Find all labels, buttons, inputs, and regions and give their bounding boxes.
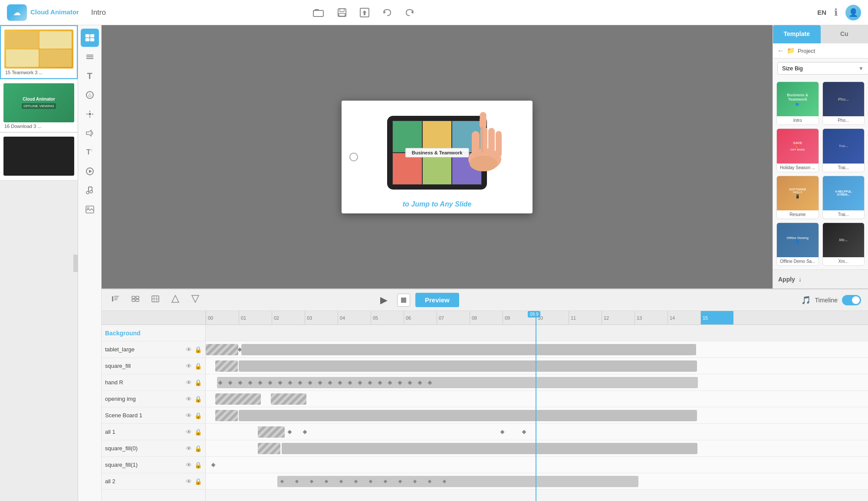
timeline-tool-1-button[interactable] — [108, 293, 122, 307]
size-select[interactable]: Size Big Size Medium Size Small — [777, 62, 868, 75]
bar-tablet-1[interactable] — [206, 344, 238, 355]
bar-opening-1[interactable] — [215, 393, 261, 405]
visibility-icon-4[interactable]: 👁 — [186, 396, 192, 403]
list-sidebar-button[interactable] — [81, 48, 99, 66]
undo-button[interactable] — [380, 7, 395, 19]
lock-icon-3[interactable]: 🔒 — [194, 379, 202, 386]
timeline-tool-2-button[interactable] — [128, 293, 142, 307]
visibility-icon-7[interactable]: 👁 — [186, 445, 192, 452]
breadcrumb-back-icon[interactable]: ← — [777, 47, 784, 55]
svg-marker-7 — [411, 10, 413, 14]
track-row-square-fill[interactable] — [206, 358, 868, 374]
template-card-holiday[interactable]: SAVE 🎁 GIFT MODE Holiday Season ... — [776, 128, 819, 172]
ruler-02: 02 — [272, 311, 305, 324]
bar-scene-2[interactable] — [239, 410, 697, 421]
svg-rect-41 — [112, 296, 113, 301]
template-label-xm: Xm... — [823, 257, 865, 265]
template-card-offline[interactable]: Offline Viewing 👤 Offline Demo Sa... — [776, 223, 819, 266]
visibility-icon-9[interactable]: 👁 — [186, 478, 192, 485]
slide-17-preview — [3, 137, 74, 176]
slide-canvas[interactable]: Business & Teamwork — [342, 101, 533, 213]
template-card-intro[interactable]: Business & Teamwork 👥 Intro — [776, 82, 819, 125]
template-tab[interactable]: Template — [773, 25, 821, 43]
template-thumb-xm: Me... — [823, 223, 865, 257]
svg-point-29 — [90, 190, 92, 193]
apply-button[interactable]: Apply — [778, 276, 795, 283]
track-row-scene-board[interactable] — [206, 407, 868, 424]
effects-sidebar-button[interactable] — [81, 105, 99, 123]
track-row-hand-r[interactable] — [206, 374, 868, 391]
slide-thumbnail-16[interactable]: Cloud Animator OFFLINE VIEWING 16 Downlo… — [0, 80, 78, 132]
lock-icon-2[interactable]: 🔒 — [194, 363, 202, 370]
track-name-scene-board: Scene Board 1 — [105, 412, 142, 419]
visibility-icon-5[interactable]: 👁 — [186, 412, 192, 419]
customize-tab[interactable]: Cu — [821, 25, 868, 43]
lock-icon-8[interactable]: 🔒 — [194, 462, 202, 468]
animation-sidebar-button[interactable] — [81, 162, 99, 180]
track-row-square-fill-0[interactable] — [206, 440, 868, 457]
breadcrumb-label: Project — [798, 48, 815, 54]
template-card-trai2[interactable]: 4 HELPFULSTREN... Trai... — [822, 176, 865, 219]
bar-opening-2[interactable] — [271, 393, 306, 405]
bar-all1-1[interactable] — [258, 426, 285, 438]
template-card-trai1[interactable]: Trai... Trai... — [822, 128, 865, 172]
visibility-icon-2[interactable]: 👁 — [186, 363, 192, 370]
open-project-button[interactable] — [310, 6, 327, 19]
template-card-resume[interactable]: SOFTWARE SKILLS 📱 Resume — [776, 176, 819, 219]
timeline-tool-3-button[interactable] — [148, 293, 162, 307]
lock-icon-6[interactable]: 🔒 — [194, 429, 202, 436]
redo-button[interactable] — [402, 7, 417, 19]
lock-icon-1[interactable]: 🔒 — [194, 346, 202, 353]
template-card-pho[interactable]: Pho... Pho... — [822, 82, 865, 125]
bar-sqfill0-1[interactable] — [258, 443, 280, 454]
timeline-tool-4-button[interactable] — [168, 293, 182, 307]
info-button[interactable]: ℹ — [834, 7, 838, 18]
play-button[interactable]: ▶ — [376, 292, 392, 308]
collapse-panel-button[interactable]: ‹ — [73, 255, 78, 272]
track-row-all-2[interactable] — [206, 473, 868, 490]
stop-button[interactable] — [397, 294, 410, 307]
text-sidebar-button[interactable]: T — [81, 67, 99, 85]
bar-scene-1[interactable] — [215, 410, 238, 421]
visibility-icon-1[interactable]: 👁 — [186, 346, 192, 353]
template-thumb-offline: Offline Viewing 👤 — [777, 223, 819, 257]
visibility-icon-3[interactable]: 👁 — [186, 379, 192, 386]
image-sidebar-button[interactable] — [81, 200, 99, 219]
folder-icon: 📁 — [787, 47, 795, 55]
timeline-toggle-button[interactable] — [842, 295, 861, 305]
track-label-square-fill-1: square_fill(1) 👁 🔒 — [102, 457, 205, 473]
music-sidebar-button[interactable] — [81, 181, 99, 200]
export-button[interactable] — [357, 6, 372, 19]
shape-sidebar-button[interactable] — [81, 86, 99, 104]
user-avatar-button[interactable]: 👤 — [845, 5, 861, 20]
lock-icon-7[interactable]: 🔒 — [194, 445, 202, 452]
text-style-sidebar-button[interactable]: T↑ — [81, 143, 99, 161]
track-row-opening-img[interactable] — [206, 391, 868, 407]
track-timeline-scroll[interactable]: 00 01 02 03 04 05 06 07 08 09 10 11 12 1… — [206, 311, 868, 501]
lock-icon-4[interactable]: 🔒 — [194, 396, 202, 403]
bar-tablet-2[interactable] — [241, 344, 696, 355]
bar-all2[interactable] — [277, 476, 638, 487]
language-button[interactable]: EN — [817, 9, 826, 16]
slide-thumbnail-15[interactable]: 15 Teamwork 3 ... — [0, 25, 78, 79]
track-row-all-1[interactable] — [206, 424, 868, 440]
right-panel: Template Cu ← 📁 Project Size Big Size Me… — [773, 25, 868, 288]
track-row-square-fill-1[interactable] — [206, 457, 868, 473]
track-row-tablet-large[interactable] — [206, 341, 868, 358]
layout-sidebar-button[interactable] — [81, 29, 99, 47]
visibility-icon-6[interactable]: 👁 — [186, 429, 192, 436]
template-card-xm[interactable]: Me... Xm... — [822, 223, 865, 266]
lock-icon-5[interactable]: 🔒 — [194, 412, 202, 419]
svg-rect-55 — [401, 298, 406, 303]
preview-button[interactable]: Preview — [415, 293, 459, 307]
bar-sqfill-2[interactable] — [239, 360, 697, 372]
visibility-icon-8[interactable]: 👁 — [186, 462, 192, 468]
volume-sidebar-button[interactable] — [81, 124, 99, 142]
bar-sqfill0-2[interactable] — [282, 443, 697, 454]
timeline-tool-5-button[interactable] — [188, 293, 202, 307]
slide-thumbnail-17[interactable] — [0, 133, 78, 180]
topbar-right: EN ℹ 👤 — [817, 5, 861, 20]
save-button[interactable] — [335, 6, 349, 19]
bar-sqfill-1[interactable] — [215, 360, 238, 372]
lock-icon-9[interactable]: 🔒 — [194, 478, 202, 485]
